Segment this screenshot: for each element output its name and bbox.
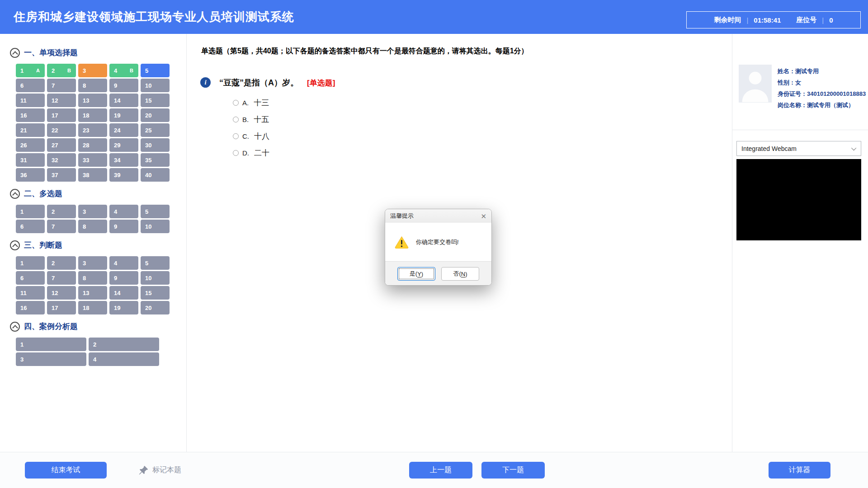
question-button[interactable]: 35: [141, 153, 170, 167]
question-button[interactable]: 10: [141, 79, 170, 92]
collapse-icon[interactable]: [10, 322, 20, 332]
question-button[interactable]: 9: [109, 220, 138, 233]
yes-button[interactable]: 是(Y): [397, 267, 435, 281]
radio-icon[interactable]: [233, 150, 239, 156]
question-button[interactable]: 18: [78, 301, 107, 314]
question-button[interactable]: 15: [141, 286, 170, 300]
question-button[interactable]: 13: [78, 286, 107, 300]
question-button[interactable]: 15: [141, 94, 170, 107]
question-button[interactable]: 12: [47, 94, 76, 107]
question-button[interactable]: 11: [16, 94, 45, 107]
calculator-button[interactable]: 计算器: [769, 462, 830, 479]
option-row[interactable]: D.二十: [233, 145, 335, 161]
question-button[interactable]: 4: [109, 205, 138, 218]
question-button[interactable]: 24: [109, 123, 138, 137]
question-button[interactable]: 20: [141, 108, 170, 122]
question-button[interactable]: 14: [109, 286, 138, 300]
option-row[interactable]: A.十三: [233, 94, 335, 111]
question-button[interactable]: 4B: [109, 64, 138, 77]
question-button[interactable]: 13: [78, 94, 107, 107]
question-button[interactable]: 34: [109, 153, 138, 167]
question-button[interactable]: 16: [16, 301, 45, 314]
question-button[interactable]: 2: [47, 205, 76, 218]
question-button[interactable]: 29: [109, 138, 138, 152]
option-row[interactable]: B.十五: [233, 111, 335, 128]
question-button[interactable]: 17: [47, 108, 76, 122]
no-button[interactable]: 否(N): [441, 267, 479, 281]
question-button[interactable]: 8: [78, 271, 107, 285]
question-button[interactable]: 30: [141, 138, 170, 152]
question-button[interactable]: 7: [47, 271, 76, 285]
question-button[interactable]: 1: [16, 205, 45, 218]
collapse-icon[interactable]: [10, 189, 20, 199]
next-question-button[interactable]: 下一题: [481, 462, 545, 479]
question-button[interactable]: 25: [141, 123, 170, 137]
section-header[interactable]: 二、多选题: [10, 188, 186, 199]
question-button[interactable]: 2: [47, 256, 76, 270]
question-button[interactable]: 38: [78, 168, 107, 182]
question-button[interactable]: 28: [78, 138, 107, 152]
question-button[interactable]: 1: [16, 256, 45, 270]
question-button[interactable]: 18: [78, 108, 107, 122]
question-button[interactable]: 8: [78, 79, 107, 92]
radio-icon[interactable]: [233, 117, 239, 122]
question-button[interactable]: 32: [47, 153, 76, 167]
question-button[interactable]: 6: [16, 220, 45, 233]
question-button[interactable]: 9: [109, 79, 138, 92]
question-button[interactable]: 7: [47, 220, 76, 233]
option-row[interactable]: C.十八: [233, 128, 335, 145]
question-button[interactable]: 19: [109, 301, 138, 314]
question-button[interactable]: 11: [16, 286, 45, 300]
prev-question-button[interactable]: 上一题: [409, 462, 472, 479]
question-button[interactable]: 2: [89, 338, 159, 351]
question-button[interactable]: 10: [141, 220, 170, 233]
question-button[interactable]: 16: [16, 108, 45, 122]
question-button[interactable]: 5: [141, 256, 170, 270]
end-exam-button[interactable]: 结束考试: [25, 462, 107, 479]
question-button[interactable]: 3: [78, 205, 107, 218]
webcam-select[interactable]: Integrated Webcam: [736, 141, 861, 156]
question-button[interactable]: 12: [47, 286, 76, 300]
question-button[interactable]: 5: [141, 64, 170, 77]
question-button[interactable]: 17: [47, 301, 76, 314]
question-button[interactable]: 27: [47, 138, 76, 152]
question-button[interactable]: 3: [78, 256, 107, 270]
question-button[interactable]: 4: [89, 352, 159, 366]
question-button[interactable]: 14: [109, 94, 138, 107]
question-button[interactable]: 5: [141, 205, 170, 218]
question-button[interactable]: 6: [16, 271, 45, 285]
close-icon[interactable]: ✕: [481, 213, 486, 220]
question-button[interactable]: 40: [141, 168, 170, 182]
question-button[interactable]: 10: [141, 271, 170, 285]
question-button[interactable]: 20: [141, 301, 170, 314]
question-button[interactable]: 3: [16, 352, 86, 366]
radio-icon[interactable]: [233, 133, 239, 139]
question-button[interactable]: 36: [16, 168, 45, 182]
collapse-icon[interactable]: [10, 240, 20, 250]
question-button[interactable]: 1: [16, 338, 86, 351]
question-number: 38: [83, 172, 89, 178]
question-button[interactable]: 31: [16, 153, 45, 167]
question-button[interactable]: 6: [16, 79, 45, 92]
mark-question-button[interactable]: 标记本题: [138, 462, 181, 479]
question-button[interactable]: 39: [109, 168, 138, 182]
question-button[interactable]: 2B: [47, 64, 76, 77]
question-button[interactable]: 3: [78, 64, 107, 77]
section-header[interactable]: 四、案例分析题: [10, 321, 186, 332]
question-button[interactable]: 9: [109, 271, 138, 285]
question-button[interactable]: 7: [47, 79, 76, 92]
question-button[interactable]: 33: [78, 153, 107, 167]
collapse-icon[interactable]: [10, 48, 20, 58]
question-button[interactable]: 21: [16, 123, 45, 137]
section-header[interactable]: 一、单项选择题: [10, 47, 186, 58]
question-button[interactable]: 37: [47, 168, 76, 182]
question-button[interactable]: 19: [109, 108, 138, 122]
question-button[interactable]: 8: [78, 220, 107, 233]
question-button[interactable]: 22: [47, 123, 76, 137]
section-header[interactable]: 三、判断题: [10, 240, 186, 250]
question-button[interactable]: 4: [109, 256, 138, 270]
question-button[interactable]: 1A: [16, 64, 45, 77]
question-button[interactable]: 23: [78, 123, 107, 137]
radio-icon[interactable]: [233, 100, 239, 106]
question-button[interactable]: 26: [16, 138, 45, 152]
